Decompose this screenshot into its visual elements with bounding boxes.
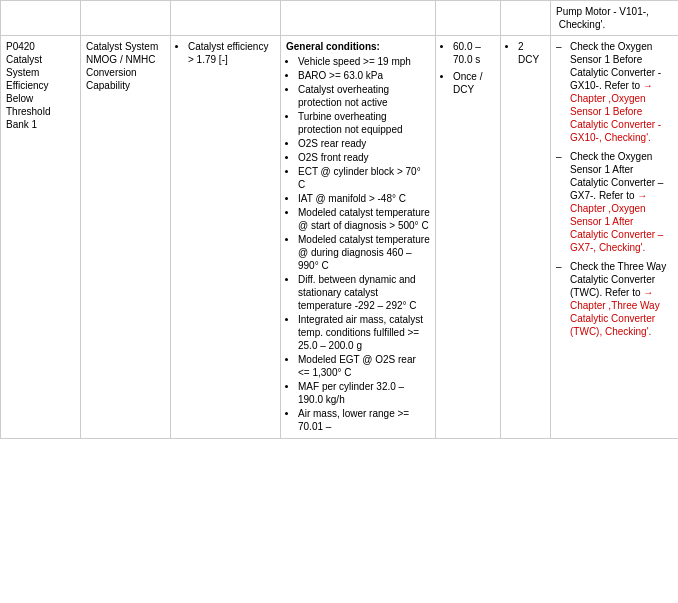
time-cell: 60.0 – 70.0 s Once / DCY bbox=[436, 36, 501, 439]
condition-item: Vehicle speed >= 19 mph bbox=[298, 55, 430, 68]
condition-item: MAF per cylinder 32.0 – 190.0 kg/h bbox=[298, 380, 430, 406]
time-list: 60.0 – 70.0 s bbox=[441, 40, 495, 66]
enable-conditions-cell: Catalyst efficiency > 1.79 [-] bbox=[171, 36, 281, 439]
action-dash-1: – bbox=[556, 40, 566, 144]
main-table-container: Pump Motor - V101-, Checking'. P0420 Cat… bbox=[0, 0, 678, 439]
action-content-2: Check the Oxygen Sensor 1 After Catalyti… bbox=[570, 150, 673, 254]
action-item-2: – Check the Oxygen Sensor 1 After Cataly… bbox=[556, 150, 673, 254]
pump-desc-cell bbox=[81, 1, 171, 36]
frequency-list: Once / DCY bbox=[441, 70, 495, 96]
condition-item: BARO >= 63.0 kPa bbox=[298, 69, 430, 82]
frequency-text: Once / DCY bbox=[453, 70, 495, 96]
pump-enable-cell bbox=[171, 1, 281, 36]
pump-time-cell bbox=[436, 1, 501, 36]
conditions-cell: General conditions: Vehicle speed >= 19 … bbox=[281, 36, 436, 439]
pump-dtc-cell bbox=[1, 1, 81, 36]
time-range: 60.0 – 70.0 s bbox=[453, 40, 495, 66]
condition-item: O2S rear ready bbox=[298, 137, 430, 150]
system-desc-text: Catalyst System NMOG / NMHC Conversion C… bbox=[86, 40, 165, 92]
conditions-header: General conditions: bbox=[286, 40, 430, 53]
dtc-description: Catalyst System Efficiency Below Thresho… bbox=[6, 53, 75, 131]
pump-row: Pump Motor - V101-, Checking'. bbox=[1, 1, 679, 36]
conditions-list: Vehicle speed >= 19 mph BARO >= 63.0 kPa… bbox=[286, 55, 430, 433]
p0420-row: P0420 Catalyst System Efficiency Below T… bbox=[1, 36, 679, 439]
actions-cell: – Check the Oxygen Sensor 1 Before Catal… bbox=[551, 36, 679, 439]
condition-item: Modeled catalyst temperature @ start of … bbox=[298, 206, 430, 232]
dtc-cell: P0420 Catalyst System Efficiency Below T… bbox=[1, 36, 81, 439]
condition-item: Modeled EGT @ O2S rear <= 1,300° C bbox=[298, 353, 430, 379]
pump-action-text: Pump Motor - V101-, Checking'. bbox=[556, 6, 649, 30]
condition-item: ECT @ cylinder block > 70° C bbox=[298, 165, 430, 191]
pump-action-cell: Pump Motor - V101-, Checking'. bbox=[551, 1, 679, 36]
count-cell: 2 DCY bbox=[501, 36, 551, 439]
pump-count-cell bbox=[501, 1, 551, 36]
system-desc-cell: Catalyst System NMOG / NMHC Conversion C… bbox=[81, 36, 171, 439]
action-item-3: – Check the Three Way Catalytic Converte… bbox=[556, 260, 673, 338]
action-item-1: – Check the Oxygen Sensor 1 Before Catal… bbox=[556, 40, 673, 144]
action-dash-2: – bbox=[556, 150, 566, 254]
enable-condition-item: Catalyst efficiency > 1.79 [-] bbox=[188, 40, 275, 66]
condition-item: Turbine overheating protection not equip… bbox=[298, 110, 430, 136]
count-list: 2 DCY bbox=[506, 40, 545, 66]
condition-item: Integrated air mass, catalyst temp. cond… bbox=[298, 313, 430, 352]
condition-item: IAT @ manifold > -48° C bbox=[298, 192, 430, 205]
condition-item: O2S front ready bbox=[298, 151, 430, 164]
action-content-3: Check the Three Way Catalytic Converter … bbox=[570, 260, 673, 338]
count-value: 2 DCY bbox=[518, 40, 545, 66]
pump-conditions-cell bbox=[281, 1, 436, 36]
condition-item: Catalyst overheating protection not acti… bbox=[298, 83, 430, 109]
condition-item: Air mass, lower range >= 70.01 – bbox=[298, 407, 430, 433]
action-intro-2: Check the Oxygen Sensor 1 After Catalyti… bbox=[570, 151, 663, 201]
dtc-code: P0420 bbox=[6, 40, 75, 53]
action-content-1: Check the Oxygen Sensor 1 Before Catalyt… bbox=[570, 40, 673, 144]
condition-item: Modeled catalyst temperature @ during di… bbox=[298, 233, 430, 272]
enable-conditions-list: Catalyst efficiency > 1.79 [-] bbox=[176, 40, 275, 66]
enable-condition-text: Catalyst efficiency > 1.79 [-] bbox=[188, 41, 268, 65]
action-dash-3: – bbox=[556, 260, 566, 338]
condition-item: Diff. between dynamic and stationary cat… bbox=[298, 273, 430, 312]
